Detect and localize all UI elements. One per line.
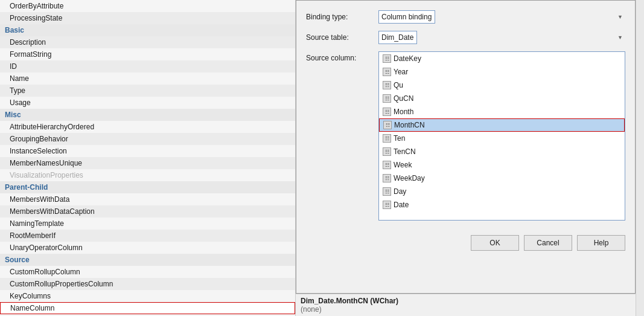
column-table-icon: ☷: [383, 68, 391, 76]
property-formatstring[interactable]: FormatString: [0, 48, 295, 60]
column-item-label: MonthCN: [394, 121, 425, 129]
column-item-qu[interactable]: ☷Qu: [379, 79, 625, 92]
column-item-label: WeekDay: [394, 174, 425, 182]
right-scrollbar: [636, 0, 644, 316]
binding-type-row: Binding type: Column binding: [306, 10, 625, 24]
category-parent-child: Parent-Child: [0, 181, 295, 193]
property-id[interactable]: ID: [0, 60, 295, 73]
column-item-datekey[interactable]: ☷DateKey: [379, 52, 625, 65]
column-item-label: Date: [394, 201, 409, 209]
property-orderbyattribute[interactable]: OrderByAttribute: [0, 0, 295, 12]
bottom-info-value: (none): [301, 305, 322, 314]
property-customrollupcolumn[interactable]: CustomRollupColumn: [0, 266, 295, 278]
source-column-label: Source column:: [306, 54, 378, 62]
column-item-week[interactable]: ☷Week: [379, 158, 625, 172]
column-item-year[interactable]: ☷Year: [379, 65, 625, 79]
source-table-label: Source table:: [306, 33, 378, 42]
property-memberswithdatacaption[interactable]: MembersWithDataCaption: [0, 205, 295, 218]
column-table-icon: ☷: [383, 174, 391, 182]
property-processingstate[interactable]: ProcessingState: [0, 12, 295, 24]
column-item-label: Month: [394, 108, 413, 116]
property-type[interactable]: Type: [0, 85, 295, 97]
column-table-icon: ☷: [383, 201, 391, 209]
column-item-tencn[interactable]: ☷TenCN: [379, 145, 625, 158]
column-item-label: DateKey: [394, 54, 421, 63]
column-item-ten[interactable]: ☷Ten: [379, 132, 625, 145]
column-table-icon: ☷: [383, 108, 391, 116]
column-table-icon: ☷: [383, 161, 391, 169]
category-misc: Misc: [0, 109, 295, 121]
bottom-info-panel: Dim_Date.MonthCN (WChar) (none): [296, 294, 636, 316]
column-list[interactable]: ☷DateKey☷Year☷Qu☷QuCN☷Month☷MonthCN☷Ten☷…: [378, 51, 625, 221]
ok-button[interactable]: OK: [471, 235, 519, 251]
property-namecolumn[interactable]: NameColumn: [0, 302, 295, 314]
column-item-weekday[interactable]: ☷WeekDay: [379, 172, 625, 185]
column-table-icon: ☷: [383, 94, 391, 103]
column-item-label: Year: [394, 68, 408, 76]
right-panel: Binding type: Column binding Source tabl…: [296, 0, 636, 316]
column-table-icon: ☷: [383, 147, 391, 156]
dialog-container: Binding type: Column binding Source tabl…: [296, 0, 636, 294]
property-visualizationproperties[interactable]: VisualizationProperties: [0, 169, 295, 181]
column-item-date[interactable]: ☷Date: [379, 198, 625, 211]
column-table-icon: ☷: [383, 121, 392, 129]
binding-type-select-wrapper: Column binding: [378, 10, 625, 24]
column-item-label: Qu: [394, 81, 403, 89]
column-table-icon: ☷: [383, 134, 391, 143]
source-table-row: Source table: Dim_Date: [306, 31, 625, 44]
property-namingtemplate[interactable]: NamingTemplate: [0, 218, 295, 230]
property-panel: OrderByAttributeProcessingStateBasicDesc…: [0, 0, 296, 316]
column-table-icon: ☷: [383, 81, 391, 89]
binding-type-label: Binding type:: [306, 13, 378, 21]
property-description[interactable]: Description: [0, 36, 295, 48]
column-table-icon: ☷: [383, 54, 391, 63]
category-source: Source: [0, 254, 295, 266]
property-unaryoperatorcolumn[interactable]: UnaryOperatorColumn: [0, 242, 295, 254]
source-table-select[interactable]: Dim_Date: [378, 31, 417, 44]
dialog-buttons: OK Cancel Help: [306, 235, 625, 251]
property-memberswithdata[interactable]: MembersWithData: [0, 193, 295, 205]
source-column-row: Source column: ☷DateKey☷Year☷Qu☷QuCN☷Mon…: [306, 51, 625, 221]
column-item-day[interactable]: ☷Day: [379, 185, 625, 198]
column-item-label: TenCN: [394, 147, 416, 156]
column-item-label: Day: [394, 187, 406, 196]
property-name[interactable]: Name: [0, 73, 295, 85]
property-attributehierarchyordered[interactable]: AttributeHierarchyOrdered: [0, 121, 295, 133]
bottom-info-title: Dim_Date.MonthCN (WChar): [301, 297, 398, 305]
help-button[interactable]: Help: [577, 235, 625, 251]
column-item-label: QuCN: [394, 94, 413, 103]
column-item-label: Week: [394, 161, 412, 169]
property-rootmemberif[interactable]: RootMemberIf: [0, 230, 295, 242]
property-keycolumns[interactable]: KeyColumns: [0, 290, 295, 302]
property-groupingbehavior[interactable]: GroupingBehavior: [0, 133, 295, 145]
property-instanceselection[interactable]: InstanceSelection: [0, 145, 295, 157]
source-table-select-wrapper: Dim_Date: [378, 31, 625, 44]
column-item-qucn[interactable]: ☷QuCN: [379, 92, 625, 105]
column-item-monthcn[interactable]: ☷MonthCN: [379, 118, 625, 132]
column-table-icon: ☷: [383, 187, 391, 196]
category-basic: Basic: [0, 24, 295, 36]
cancel-button[interactable]: Cancel: [524, 235, 572, 251]
property-usage[interactable]: Usage: [0, 97, 295, 109]
property-customrolluppropertiescolumn[interactable]: CustomRollupPropertiesColumn: [0, 278, 295, 290]
column-item-label: Ten: [394, 134, 405, 143]
column-item-month[interactable]: ☷Month: [379, 105, 625, 118]
binding-type-select[interactable]: Column binding: [378, 10, 435, 24]
property-membernamesunique[interactable]: MemberNamesUnique: [0, 157, 295, 169]
